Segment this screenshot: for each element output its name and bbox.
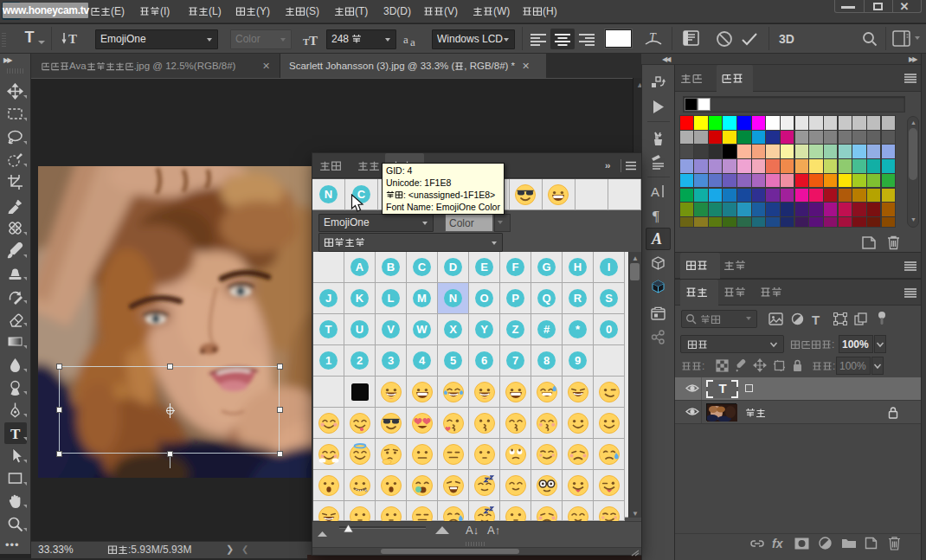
svg-text:a: a: [410, 35, 415, 48]
svg-text:T: T: [309, 34, 318, 48]
svg-text:A: A: [651, 184, 659, 199]
svg-text:¶: ¶: [653, 208, 659, 224]
svg-text:T: T: [68, 32, 77, 46]
svg-text:T: T: [10, 426, 21, 441]
svg-text:a: a: [403, 33, 408, 46]
svg-text:A: A: [651, 230, 662, 248]
svg-text:T: T: [649, 31, 657, 44]
